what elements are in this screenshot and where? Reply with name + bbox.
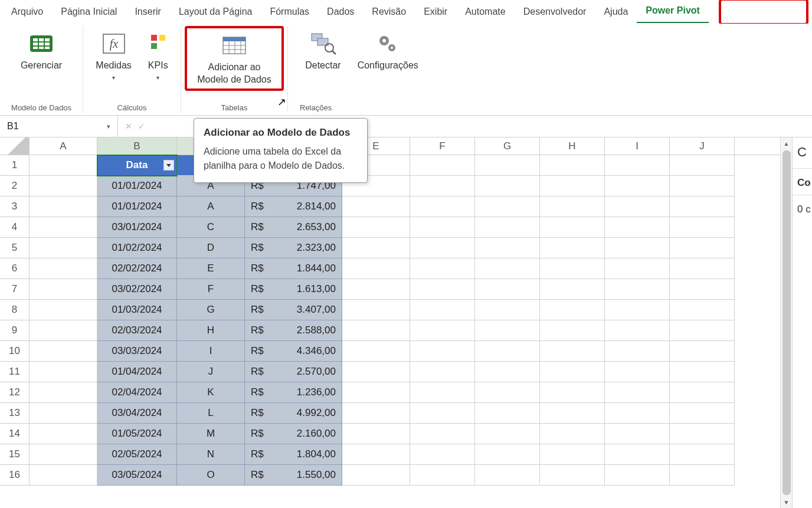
cell[interactable]: R$4.992,00 bbox=[245, 403, 342, 424]
row-header[interactable]: 1 bbox=[0, 155, 30, 176]
cell[interactable]: 01/04/2024 bbox=[97, 362, 177, 382]
cell[interactable] bbox=[342, 382, 410, 403]
cell[interactable] bbox=[410, 382, 475, 403]
scroll-up-icon[interactable]: ▲ bbox=[784, 137, 790, 149]
tab-ajuda[interactable]: Ajuda bbox=[595, 1, 637, 23]
cell[interactable] bbox=[540, 341, 605, 362]
cell[interactable] bbox=[605, 382, 670, 403]
config-button[interactable]: Configurações bbox=[351, 26, 425, 73]
row-header[interactable]: 15 bbox=[0, 444, 30, 465]
cell[interactable] bbox=[605, 424, 670, 444]
cell[interactable] bbox=[540, 155, 605, 176]
cancel-icon[interactable]: ✕ bbox=[125, 122, 132, 131]
cell[interactable] bbox=[410, 279, 475, 300]
tab-inserir[interactable]: Inserir bbox=[126, 1, 169, 23]
filter-dropdown-icon[interactable] bbox=[163, 160, 174, 171]
cell[interactable] bbox=[605, 320, 670, 341]
cell[interactable] bbox=[342, 300, 410, 320]
tab-arquivo[interactable]: Arquivo bbox=[2, 1, 52, 23]
row-header[interactable]: 13 bbox=[0, 403, 30, 424]
cell[interactable]: R$2.570,00 bbox=[245, 362, 342, 382]
cell[interactable] bbox=[342, 444, 410, 465]
cell[interactable] bbox=[540, 465, 605, 486]
cell[interactable] bbox=[410, 424, 475, 444]
cell[interactable] bbox=[410, 300, 475, 320]
cell[interactable]: 01/02/2024 bbox=[97, 238, 177, 258]
cell[interactable] bbox=[410, 258, 475, 279]
cell[interactable] bbox=[30, 176, 97, 196]
cell[interactable] bbox=[410, 403, 475, 424]
row-header[interactable]: 12 bbox=[0, 382, 30, 403]
cell[interactable] bbox=[410, 341, 475, 362]
cell[interactable]: 03/05/2024 bbox=[97, 465, 177, 486]
cell[interactable]: H bbox=[177, 320, 245, 341]
cell[interactable]: O bbox=[177, 465, 245, 486]
cell[interactable] bbox=[410, 196, 475, 217]
cell[interactable] bbox=[410, 320, 475, 341]
cell[interactable] bbox=[475, 279, 540, 300]
tab-layout-da-página[interactable]: Layout da Página bbox=[170, 1, 261, 23]
cell[interactable]: K bbox=[177, 382, 245, 403]
cell[interactable] bbox=[30, 320, 97, 341]
kpis-button[interactable]: KPIs bbox=[142, 26, 175, 81]
name-box[interactable]: B1 ▾ bbox=[0, 116, 118, 137]
cell[interactable]: R$2.588,00 bbox=[245, 320, 342, 341]
cell[interactable] bbox=[342, 217, 410, 238]
row-header[interactable]: 7 bbox=[0, 279, 30, 300]
cell[interactable] bbox=[670, 300, 735, 320]
cell[interactable] bbox=[30, 382, 97, 403]
cell[interactable]: M bbox=[177, 424, 245, 444]
cell[interactable] bbox=[475, 300, 540, 320]
cell[interactable]: R$1.804,00 bbox=[245, 444, 342, 465]
cell[interactable] bbox=[410, 238, 475, 258]
cell[interactable] bbox=[410, 444, 475, 465]
cell[interactable] bbox=[670, 155, 735, 176]
row-header[interactable]: 16 bbox=[0, 465, 30, 486]
cell[interactable]: E bbox=[177, 258, 245, 279]
cell[interactable] bbox=[670, 382, 735, 403]
tab-fórmulas[interactable]: Fórmulas bbox=[261, 1, 318, 23]
cell[interactable]: 03/01/2024 bbox=[97, 217, 177, 238]
col-header-G[interactable]: G bbox=[475, 137, 540, 155]
cell[interactable] bbox=[540, 258, 605, 279]
row-header[interactable]: 4 bbox=[0, 217, 30, 238]
cell[interactable] bbox=[605, 444, 670, 465]
cell[interactable]: L bbox=[177, 403, 245, 424]
cell[interactable] bbox=[605, 403, 670, 424]
cell[interactable]: R$1.844,00 bbox=[245, 258, 342, 279]
cell[interactable] bbox=[605, 465, 670, 486]
cell[interactable] bbox=[475, 362, 540, 382]
cell[interactable] bbox=[30, 424, 97, 444]
cell[interactable] bbox=[670, 465, 735, 486]
cell[interactable] bbox=[475, 176, 540, 196]
cell[interactable] bbox=[670, 424, 735, 444]
cell[interactable] bbox=[475, 196, 540, 217]
row-header[interactable]: 10 bbox=[0, 341, 30, 362]
cell[interactable] bbox=[540, 196, 605, 217]
row-header[interactable]: 11 bbox=[0, 362, 30, 382]
col-header-J[interactable]: J bbox=[670, 137, 735, 155]
medidas-button[interactable]: fx Medidas bbox=[89, 26, 137, 81]
cell[interactable] bbox=[475, 403, 540, 424]
cell[interactable]: G bbox=[177, 300, 245, 320]
tab-power-pivot[interactable]: Power Pivot bbox=[637, 0, 709, 23]
cell[interactable]: R$4.346,00 bbox=[245, 341, 342, 362]
cell[interactable]: R$2.160,00 bbox=[245, 424, 342, 444]
cell[interactable]: A bbox=[177, 196, 245, 217]
cell[interactable] bbox=[30, 155, 97, 176]
cell[interactable] bbox=[605, 176, 670, 196]
cell[interactable] bbox=[30, 300, 97, 320]
cell[interactable] bbox=[410, 362, 475, 382]
col-header-H[interactable]: H bbox=[540, 137, 605, 155]
scroll-down-icon[interactable]: ▼ bbox=[784, 496, 790, 508]
cell[interactable] bbox=[605, 196, 670, 217]
cell[interactable]: 03/04/2024 bbox=[97, 403, 177, 424]
cell[interactable] bbox=[30, 362, 97, 382]
cell[interactable] bbox=[670, 341, 735, 362]
cell[interactable] bbox=[410, 155, 475, 176]
cell[interactable] bbox=[540, 444, 605, 465]
cell[interactable] bbox=[540, 424, 605, 444]
tab-automate[interactable]: Automate bbox=[456, 1, 514, 23]
cell[interactable]: R$2.323,00 bbox=[245, 238, 342, 258]
cell[interactable] bbox=[342, 362, 410, 382]
